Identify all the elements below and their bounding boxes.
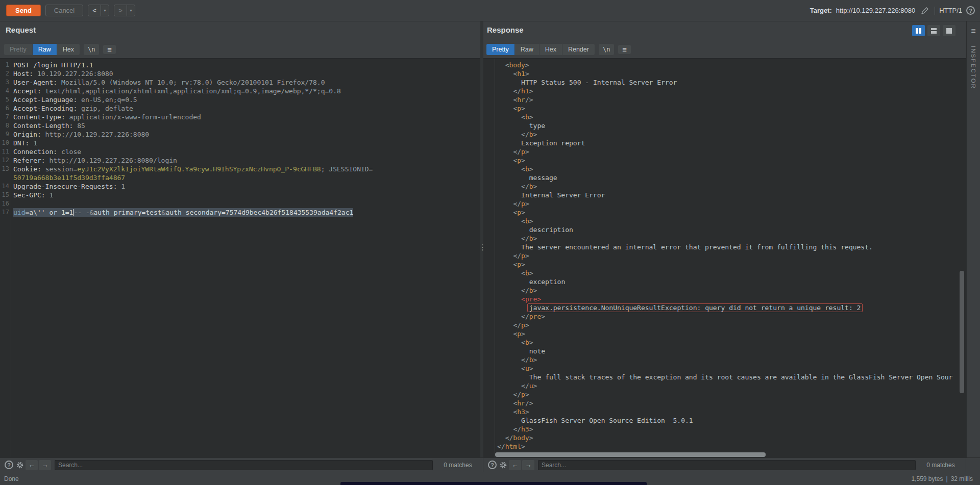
response-line[interactable]: <hr/> xyxy=(483,95,966,104)
response-line[interactable]: <p> xyxy=(483,156,966,165)
request-search-prev-icon[interactable] xyxy=(26,460,38,470)
request-line[interactable]: 12Referer: http://10.129.227.226:8080/lo… xyxy=(0,156,480,165)
response-line[interactable]: <b> xyxy=(483,217,966,225)
request-line[interactable]: 15Sec-GPC: 1 xyxy=(0,191,480,199)
response-line[interactable]: <hr/> xyxy=(483,399,966,407)
response-line[interactable]: <b> xyxy=(483,269,966,277)
response-line[interactable]: </h3> xyxy=(483,425,966,433)
response-line[interactable]: </p> xyxy=(483,390,966,399)
inspector-sidebar[interactable]: INSPECTOR xyxy=(966,21,980,457)
response-line[interactable]: </pre> xyxy=(483,312,966,321)
response-line[interactable]: </p> xyxy=(483,199,966,208)
response-line[interactable]: </b> xyxy=(483,234,966,243)
response-line[interactable]: Internal Server Error xyxy=(483,191,966,199)
request-search-next-icon[interactable] xyxy=(39,460,51,470)
request-line[interactable]: 4Accept: text/html,application/xhtml+xml… xyxy=(0,87,480,95)
history-forward-button[interactable] xyxy=(114,5,127,16)
request-line[interactable]: 11Connection: close xyxy=(0,147,480,156)
tab-response-pretty[interactable]: Pretty xyxy=(486,44,515,55)
response-line[interactable]: </b> xyxy=(483,130,966,139)
response-line[interactable]: javax.persistence.NonUniqueResultExcepti… xyxy=(483,303,966,312)
request-line[interactable]: 1POST /login HTTP/1.1 xyxy=(0,61,480,69)
request-line[interactable]: 13Cookie: session=eyJ1c2VyX2lkIjoiYWRtaW… xyxy=(0,165,480,173)
send-button[interactable]: Send xyxy=(6,5,41,16)
response-search-input[interactable] xyxy=(538,460,916,470)
response-line[interactable]: <p> xyxy=(483,260,966,269)
response-line[interactable]: </html> xyxy=(483,442,966,451)
request-line[interactable]: 8Content-Length: 85 xyxy=(0,121,480,130)
tab-response-raw[interactable]: Raw xyxy=(515,44,540,55)
response-line[interactable]: <u> xyxy=(483,364,966,373)
response-search-settings-icon[interactable] xyxy=(500,462,507,469)
tab-request-raw[interactable]: Raw xyxy=(33,44,57,55)
inspector-menu-icon[interactable] xyxy=(971,29,975,34)
response-line[interactable]: <b> xyxy=(483,338,966,347)
http-version-label[interactable]: HTTP/1 xyxy=(939,7,962,14)
request-line[interactable]: 5Accept-Language: en-US,en;q=0.5 xyxy=(0,95,480,104)
request-menu-icon[interactable] xyxy=(103,45,115,54)
response-line[interactable]: HTTP Status 500 - Internal Server Error xyxy=(483,78,966,87)
request-line[interactable]: 2Host: 10.129.227.226:8080 xyxy=(0,69,480,78)
response-line[interactable]: <b> xyxy=(483,113,966,121)
response-line[interactable]: </p> xyxy=(483,321,966,329)
response-search-prev-icon[interactable] xyxy=(509,460,521,470)
response-line[interactable]: <p> xyxy=(483,104,966,113)
request-line[interactable]: 3User-Agent: Mozilla/5.0 (Windows NT 10.… xyxy=(0,78,480,87)
edit-target-pencil-icon[interactable] xyxy=(921,7,929,15)
request-editor[interactable]: 1POST /login HTTP/1.12Host: 10.129.227.2… xyxy=(0,58,480,457)
tab-response-hex[interactable]: Hex xyxy=(540,44,562,55)
response-line[interactable]: </b> xyxy=(483,355,966,364)
cancel-button[interactable]: Cancel xyxy=(45,5,83,16)
response-line[interactable]: <h1> xyxy=(483,69,966,78)
response-horizontal-scrollbar[interactable] xyxy=(495,452,766,457)
response-editor[interactable]: <body><h1>HTTP Status 500 - Internal Ser… xyxy=(483,58,966,457)
request-line[interactable]: 16 xyxy=(0,199,480,208)
response-line[interactable]: GlassFish Server Open Source Edition 5.0… xyxy=(483,416,966,425)
request-line[interactable]: 6Accept-Encoding: gzip, deflate xyxy=(0,104,480,113)
response-line[interactable]: </b> xyxy=(483,286,966,295)
response-search-help-icon[interactable] xyxy=(488,461,497,469)
response-line[interactable]: exception xyxy=(483,277,966,286)
layout-columns-button[interactable] xyxy=(912,25,925,36)
request-search-input[interactable] xyxy=(55,460,433,470)
response-search-next-icon[interactable] xyxy=(522,460,534,470)
tab-response-render[interactable]: Render xyxy=(562,44,595,55)
response-line[interactable]: <p> xyxy=(483,329,966,338)
request-line[interactable]: 17uid=a\'' or 1=1-- -&auth_primary=test&… xyxy=(0,208,480,217)
response-line[interactable]: </u> xyxy=(483,381,966,390)
response-line[interactable]: </body> xyxy=(483,433,966,442)
response-line[interactable]: note xyxy=(483,347,966,355)
response-menu-icon[interactable] xyxy=(618,45,630,54)
response-line[interactable]: Exception report xyxy=(483,139,966,147)
request-line[interactable]: 50719a668b3e11f5d39d3ffa4867 xyxy=(0,173,480,182)
response-line[interactable]: </p> xyxy=(483,251,966,260)
response-line[interactable]: </p> xyxy=(483,147,966,156)
response-line[interactable]: </h1> xyxy=(483,87,966,95)
request-line[interactable]: 7Content-Type: application/x-www-form-ur… xyxy=(0,113,480,121)
help-icon[interactable] xyxy=(966,6,975,15)
history-forward-dropdown-icon[interactable] xyxy=(127,5,135,16)
response-line[interactable]: description xyxy=(483,225,966,234)
response-line[interactable]: <h3> xyxy=(483,407,966,416)
response-line[interactable]: <p> xyxy=(483,208,966,217)
request-newline-toggle[interactable]: \n xyxy=(84,44,99,55)
layout-rows-button[interactable] xyxy=(927,25,940,36)
request-line[interactable]: 9Origin: http://10.129.227.226:8080 xyxy=(0,130,480,139)
response-line[interactable]: type xyxy=(483,121,966,130)
response-vertical-scrollbar[interactable] xyxy=(960,271,964,393)
layout-single-button[interactable] xyxy=(943,25,955,36)
response-line[interactable]: The full stack traces of the exception a… xyxy=(483,373,966,381)
response-line[interactable]: The server encountered an internal error… xyxy=(483,243,966,251)
history-back-button[interactable] xyxy=(88,5,101,16)
history-back-dropdown-icon[interactable] xyxy=(101,5,109,16)
response-newline-toggle[interactable]: \n xyxy=(599,44,614,55)
response-line[interactable]: <b> xyxy=(483,165,966,173)
response-line[interactable]: message xyxy=(483,173,966,182)
response-line[interactable]: <pre> xyxy=(483,295,966,303)
request-search-settings-icon[interactable] xyxy=(16,462,23,469)
request-search-help-icon[interactable] xyxy=(5,461,13,469)
response-line[interactable]: <body> xyxy=(483,61,966,69)
request-line[interactable]: 14Upgrade-Insecure-Requests: 1 xyxy=(0,182,480,191)
tab-request-pretty[interactable]: Pretty xyxy=(4,44,33,55)
tab-request-hex[interactable]: Hex xyxy=(57,44,80,55)
